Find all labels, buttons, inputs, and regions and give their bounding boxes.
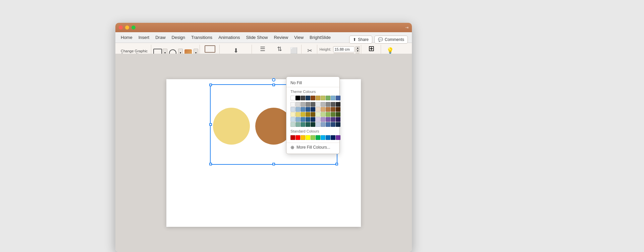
shade-3-1[interactable] — [331, 102, 335, 107]
shade-4-5[interactable] — [336, 112, 340, 117]
shade-0-2[interactable] — [290, 107, 295, 112]
shade-2-5[interactable] — [326, 112, 330, 117]
shade-0-8[interactable] — [290, 122, 295, 127]
theme-color-6[interactable] — [321, 96, 325, 100]
shade-0-7[interactable] — [316, 117, 320, 122]
shade-3-0[interactable] — [306, 102, 310, 107]
handle-bottom-left[interactable] — [209, 163, 212, 165]
std-color-7[interactable] — [326, 135, 330, 140]
theme-color-9[interactable] — [336, 96, 340, 100]
height-input[interactable] — [333, 46, 355, 52]
shade-1-7[interactable] — [321, 117, 325, 122]
shade-4-2[interactable] — [311, 107, 315, 112]
shade-3-9[interactable] — [331, 122, 335, 127]
shade-2-7[interactable] — [326, 117, 330, 122]
shade-2-1[interactable] — [326, 102, 330, 107]
shade-0-9[interactable] — [316, 122, 320, 127]
shade-3-3[interactable] — [331, 107, 335, 112]
std-color-9[interactable] — [336, 135, 340, 140]
shade-4-7[interactable] — [336, 117, 340, 122]
menu-slideshow[interactable]: Slide Show — [243, 34, 270, 41]
shade-0-0[interactable] — [290, 102, 295, 107]
comments-button[interactable]: 💬 Comments — [374, 36, 408, 44]
shade-1-8[interactable] — [296, 122, 300, 127]
canvas-area — [115, 54, 412, 252]
handle-top-middle[interactable] — [272, 84, 275, 86]
shade-1-4[interactable] — [296, 112, 300, 117]
shade-3-2[interactable] — [306, 107, 310, 112]
shade-1-1[interactable] — [321, 102, 325, 107]
theme-color-0[interactable] — [290, 96, 295, 100]
shade-3-6[interactable] — [306, 117, 310, 122]
height-increment[interactable]: ▲ — [356, 46, 360, 49]
shade-2-9[interactable] — [326, 122, 330, 127]
shade-4-3[interactable] — [336, 107, 340, 112]
shade-1-2[interactable] — [296, 107, 300, 112]
shade-4-8[interactable] — [311, 122, 315, 127]
theme-color-1[interactable] — [296, 96, 300, 100]
std-color-6[interactable] — [321, 135, 325, 140]
shade-4-1[interactable] — [336, 102, 340, 107]
shade-1-5[interactable] — [321, 112, 325, 117]
shade-0-1[interactable] — [316, 102, 320, 107]
std-color-5[interactable] — [316, 135, 320, 140]
shade-3-7[interactable] — [331, 117, 335, 122]
shade-3-4[interactable] — [306, 112, 310, 117]
menu-animations[interactable]: Animations — [216, 34, 243, 41]
maximize-button[interactable] — [131, 26, 136, 30]
shade-4-6[interactable] — [311, 117, 315, 122]
shade-2-4[interactable] — [301, 112, 305, 117]
std-color-4[interactable] — [311, 135, 315, 140]
shade-0-6[interactable] — [290, 117, 295, 122]
shade-2-3[interactable] — [326, 107, 330, 112]
height-decrement[interactable]: ▼ — [356, 49, 360, 52]
shade-3-5[interactable] — [331, 112, 335, 117]
menu-design[interactable]: Design — [169, 34, 188, 41]
shade-4-4[interactable] — [311, 112, 315, 117]
shade-2-0[interactable] — [301, 102, 305, 107]
height-label: Height: — [319, 47, 332, 51]
std-color-2[interactable] — [301, 135, 305, 140]
theme-color-3[interactable] — [306, 96, 310, 100]
shade-1-0[interactable] — [296, 102, 300, 107]
menu-review[interactable]: Review — [271, 34, 291, 41]
shade-4-9[interactable] — [336, 122, 340, 127]
rotate-handle[interactable] — [272, 78, 275, 82]
circle-yellow[interactable] — [213, 108, 250, 145]
shade-4-0[interactable] — [311, 102, 315, 107]
shade-2-8[interactable] — [301, 122, 305, 127]
theme-color-2[interactable] — [301, 96, 305, 100]
menu-insert[interactable]: Insert — [136, 34, 152, 41]
handle-top-left[interactable] — [209, 84, 212, 86]
std-color-8[interactable] — [331, 135, 335, 140]
std-color-1[interactable] — [296, 135, 300, 140]
menu-view[interactable]: View — [291, 34, 306, 41]
shade-0-4[interactable] — [290, 112, 295, 117]
menu-home[interactable]: Home — [118, 34, 135, 41]
shade-1-9[interactable] — [321, 122, 325, 127]
shade-1-3[interactable] — [321, 107, 325, 112]
shade-2-2[interactable] — [301, 107, 305, 112]
shade-3-8[interactable] — [306, 122, 310, 127]
handle-bottom-middle[interactable] — [272, 163, 275, 165]
no-fill-option[interactable]: No Fill — [286, 79, 339, 87]
minimize-button[interactable] — [125, 26, 129, 30]
expand-icon[interactable]: ⇥ — [405, 25, 409, 30]
menu-brightslide[interactable]: BrightSlide — [307, 34, 333, 41]
menu-draw[interactable]: Draw — [153, 34, 168, 41]
shade-0-5[interactable] — [316, 112, 320, 117]
share-button[interactable]: ⬆ Share — [349, 36, 372, 44]
std-color-3[interactable] — [306, 135, 310, 140]
std-color-0[interactable] — [290, 135, 295, 140]
handle-bottom-right[interactable] — [335, 163, 338, 165]
theme-color-7[interactable] — [326, 96, 330, 100]
close-button[interactable] — [119, 26, 123, 30]
shade-2-6[interactable] — [301, 117, 305, 122]
more-fill-colors-option[interactable]: ⊕ More Fill Colours... — [286, 143, 339, 152]
theme-color-4[interactable] — [311, 96, 315, 100]
shade-0-3[interactable] — [316, 107, 320, 112]
theme-color-8[interactable] — [331, 96, 335, 100]
theme-color-5[interactable] — [316, 96, 320, 100]
menu-transitions[interactable]: Transitions — [189, 34, 215, 41]
shade-1-6[interactable] — [296, 117, 300, 122]
